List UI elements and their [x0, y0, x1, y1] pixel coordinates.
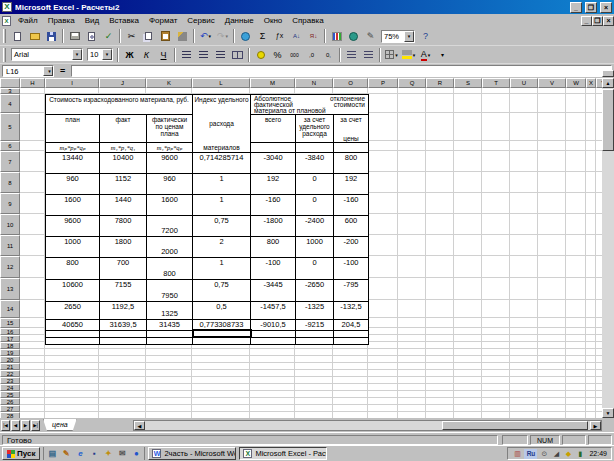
table-cell[interactable]: -1325: [296, 302, 334, 320]
table-cell[interactable]: -2400: [296, 216, 334, 237]
row-header-17[interactable]: 17: [0, 335, 20, 342]
table-cell[interactable]: 9600: [46, 216, 100, 237]
table-cell[interactable]: 10400: [100, 153, 147, 174]
table-cell[interactable]: [147, 330, 193, 337]
table-cell[interactable]: [334, 143, 369, 153]
drawing-button[interactable]: ✎: [362, 29, 379, 44]
display-settings-icon[interactable]: ▥: [512, 449, 522, 459]
formula-input[interactable]: [71, 65, 612, 77]
map-button[interactable]: [345, 29, 362, 44]
modem-icon[interactable]: ▮: [575, 449, 585, 459]
column-header-S[interactable]: S: [454, 78, 482, 88]
table-cell[interactable]: [334, 330, 369, 337]
sort-descending-button[interactable]: Я↓: [305, 29, 322, 44]
name-box[interactable]: L16 ▾: [2, 65, 54, 77]
column-header-X[interactable]: X: [586, 78, 596, 88]
antivirus-icon[interactable]: ◆: [563, 449, 573, 459]
taskbar-window-excel[interactable]: X Microsoft Excel - Расчеты2: [239, 447, 327, 460]
row-header-12[interactable]: 12: [0, 256, 20, 278]
table-cell[interactable]: 7155: [100, 280, 147, 302]
table-cell[interactable]: 1: [193, 174, 251, 195]
table-cell[interactable]: [334, 337, 369, 344]
menu-view[interactable]: Вид: [80, 15, 104, 26]
column-header-W[interactable]: W: [566, 78, 586, 88]
table-cell[interactable]: -3445: [251, 280, 296, 302]
scroll-up-icon[interactable]: ▲: [602, 78, 614, 88]
prev-sheet-button[interactable]: ◀: [11, 420, 20, 431]
open-button[interactable]: [26, 29, 43, 44]
table-cell[interactable]: [46, 337, 100, 344]
table-cell[interactable]: 1192,5: [100, 302, 147, 320]
horizontal-scroll-thumb[interactable]: [442, 421, 588, 430]
row-header-16[interactable]: 16: [0, 328, 20, 335]
table-cell[interactable]: 0,773308733: [193, 320, 251, 331]
table-cell[interactable]: 1: [193, 195, 251, 216]
workbook-restore-button[interactable]: ❐: [592, 16, 603, 26]
table-cell[interactable]: 9600: [147, 153, 193, 174]
workbook-icon[interactable]: X: [2, 16, 11, 26]
decrease-indent-button[interactable]: [343, 47, 360, 62]
spelling-button[interactable]: ✓: [100, 29, 117, 44]
toolbar-grip[interactable]: [3, 48, 6, 62]
column-header-R[interactable]: R: [426, 78, 454, 88]
selected-cell-L16[interactable]: [193, 330, 251, 337]
cell-grid[interactable]: Стоимость израсходованного материала, ру…: [20, 88, 602, 418]
font-color-button[interactable]: А▾: [417, 47, 434, 62]
table-cell[interactable]: 960: [46, 174, 100, 195]
column-header-N[interactable]: N: [295, 78, 333, 88]
table-cell[interactable]: [296, 143, 334, 153]
table-cell[interactable]: [100, 337, 147, 344]
italic-button[interactable]: К: [138, 47, 155, 62]
close-button[interactable]: ×: [600, 2, 612, 13]
row-header-19[interactable]: 19: [0, 349, 20, 356]
table-cell[interactable]: 700: [100, 258, 147, 280]
column-header-U[interactable]: U: [510, 78, 538, 88]
chevron-down-icon[interactable]: ▾: [226, 33, 229, 39]
table-cell[interactable]: 960: [147, 174, 193, 195]
table-cell[interactable]: 7800: [100, 216, 147, 237]
table-cell[interactable]: [296, 337, 334, 344]
table-cell[interactable]: 192: [334, 174, 369, 195]
column-header-P[interactable]: P: [368, 78, 398, 88]
scroll-left-icon[interactable]: ◀: [134, 421, 145, 430]
toolbar-options-button[interactable]: ▾: [434, 47, 451, 62]
menu-insert[interactable]: Вставка: [104, 15, 144, 26]
table-cell[interactable]: 192: [251, 174, 296, 195]
help-button[interactable]: ?: [417, 29, 434, 44]
underline-button[interactable]: Ч: [155, 47, 172, 62]
row-header-27[interactable]: 27: [0, 405, 20, 412]
table-cell[interactable]: 1600: [147, 195, 193, 216]
restore-button[interactable]: ❐: [585, 2, 597, 13]
table-cell[interactable]: 600: [334, 216, 369, 237]
chevron-down-icon[interactable]: ▾: [428, 52, 431, 58]
subheader-per-price-cell[interactable]: за счет цены: [334, 115, 369, 143]
formula-fact-plan-cell[interactable]: m₁*pₚ*qₚ: [147, 143, 193, 153]
table-cell[interactable]: [147, 337, 193, 344]
row-header-25[interactable]: 25: [0, 391, 20, 398]
table-cell[interactable]: 1000: [296, 237, 334, 258]
table-cell[interactable]: 2650: [46, 302, 100, 320]
table-cell[interactable]: [296, 330, 334, 337]
row-header-21[interactable]: 21: [0, 363, 20, 370]
table-cell[interactable]: -3040: [251, 153, 296, 174]
decrease-decimal-button[interactable]: 0,: [320, 47, 337, 62]
column-header-J[interactable]: J: [99, 78, 146, 88]
table-cell[interactable]: 0: [296, 195, 334, 216]
header-abs-cell[interactable]: Абсолютноеотклонение фактическойстоимост…: [251, 95, 369, 115]
fill-color-button[interactable]: ▾: [400, 47, 417, 62]
excel-app-icon[interactable]: X: [2, 2, 12, 12]
workbook-close-button[interactable]: ×: [603, 16, 614, 26]
insert-hyperlink-button[interactable]: [237, 29, 254, 44]
volume-icon[interactable]: ◢: [551, 449, 561, 459]
table-cell[interactable]: 0,75: [193, 216, 251, 237]
row-header-11[interactable]: 11: [0, 235, 20, 256]
web-icon[interactable]: ●: [130, 448, 142, 460]
table-cell[interactable]: -200: [334, 237, 369, 258]
subheader-fact-cell[interactable]: факт: [100, 115, 147, 143]
notes-icon[interactable]: ✎: [60, 448, 72, 460]
align-left-button[interactable]: [178, 47, 195, 62]
table-cell[interactable]: 1600: [46, 195, 100, 216]
table-cell[interactable]: 204,5: [334, 320, 369, 331]
merge-center-button[interactable]: [229, 47, 246, 62]
new-button[interactable]: [9, 29, 26, 44]
